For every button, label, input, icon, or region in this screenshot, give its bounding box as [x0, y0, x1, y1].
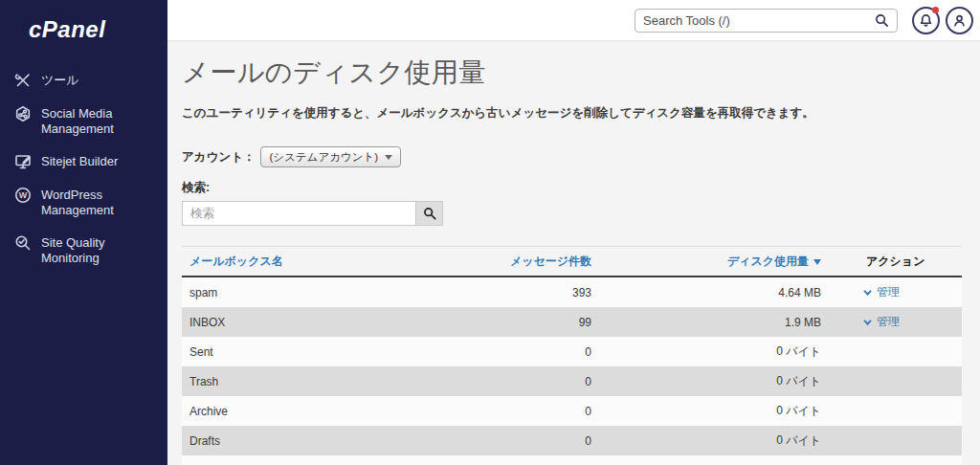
sidebar-item-tools[interactable]: ツール — [0, 64, 167, 98]
disk-usage-cell: 0 バイト — [599, 396, 829, 426]
disk-usage-cell: 1.9 MB — [599, 307, 829, 337]
sort-desc-icon — [813, 259, 821, 265]
main-content: メールのディスク使用量 このユーティリティを使用すると、メールボックスから古いメ… — [167, 41, 980, 465]
header-message-count[interactable]: メッセージ件数 — [417, 247, 599, 277]
table-header-row: メールボックス名 メッセージ件数 ディスク使用量 アクション — [182, 247, 962, 277]
mailbox-name-cell: Trash — [182, 366, 417, 396]
disk-usage-cell: 4.64 MB — [599, 277, 829, 307]
sidebar-item-social-media[interactable]: Social Media Management — [0, 98, 167, 145]
sidebar-item-site-quality[interactable]: Site Quality Monitoring — [0, 227, 167, 275]
action-cell — [829, 396, 962, 426]
mailbox-name-cell: spam — [182, 277, 417, 307]
sidebar-item-label: Social Media Management — [41, 106, 158, 137]
mailbox-table: メールボックス名 メッセージ件数 ディスク使用量 アクション spam 393 … — [182, 246, 962, 465]
mailbox-name-cell: Sent — [182, 337, 417, 366]
mailbox-search-button[interactable] — [416, 201, 443, 226]
user-menu-button[interactable] — [946, 7, 973, 34]
tools-search-input[interactable] — [643, 13, 875, 28]
message-count-cell: 0 — [417, 455, 599, 465]
tools-icon — [14, 72, 32, 89]
search-icon — [875, 13, 889, 28]
notifications-button[interactable] — [912, 7, 940, 34]
mailbox-name-cell: Junk — [182, 455, 417, 465]
table-row: spam 393 4.64 MB 管理 — [182, 277, 962, 307]
table-row: Archive 0 0 バイト — [182, 396, 962, 426]
account-label: アカウント： — [182, 149, 255, 166]
message-count-cell: 0 — [417, 426, 599, 455]
chevron-down-icon — [863, 287, 871, 295]
user-icon — [952, 13, 967, 28]
disk-usage-cell: 0 バイト — [599, 455, 829, 465]
mailbox-search-input[interactable] — [182, 201, 416, 226]
page-title: メールのディスク使用量 — [182, 55, 961, 91]
header-mailbox-name[interactable]: メールボックス名 — [182, 247, 417, 277]
action-cell: 管理 — [829, 307, 962, 337]
notification-bell-icon — [919, 13, 933, 28]
sidebar: cPanel ツール Social Media Management — [0, 0, 167, 465]
mailbox-name-cell: Archive — [182, 396, 417, 426]
message-count-cell: 99 — [417, 307, 599, 337]
sidebar-item-wordpress[interactable]: W WordPress Management — [0, 179, 167, 227]
manage-link[interactable]: 管理 — [866, 315, 900, 328]
mailbox-search-row — [182, 201, 961, 226]
sidebar-nav: ツール Social Media Management Sitejet Buil… — [0, 64, 167, 275]
svg-text:W: W — [19, 190, 28, 200]
message-count-cell: 0 — [417, 366, 599, 396]
social-media-icon — [14, 105, 32, 122]
table-row: Drafts 0 0 バイト — [182, 426, 962, 455]
mailbox-table-body: spam 393 4.64 MB 管理 INBOX 99 1.9 MB 管理 S… — [182, 277, 962, 465]
sidebar-item-label: WordPress Management — [41, 188, 158, 218]
search-icon — [423, 207, 436, 220]
table-row: INBOX 99 1.9 MB 管理 — [182, 307, 962, 337]
action-cell — [829, 337, 962, 366]
disk-usage-cell: 0 バイト — [599, 426, 829, 455]
sidebar-item-label: Site Quality Monitoring — [41, 235, 158, 266]
wordpress-icon: W — [14, 187, 32, 204]
account-select[interactable]: (システムアカウント) — [260, 146, 401, 167]
disk-usage-cell: 0 バイト — [599, 366, 829, 396]
header-disk-usage[interactable]: ディスク使用量 — [599, 247, 829, 277]
message-count-cell: 393 — [417, 277, 599, 307]
action-cell: 管理 — [829, 277, 962, 307]
account-row: アカウント： (システムアカウント) — [182, 146, 961, 167]
topbar — [167, 0, 980, 41]
chevron-down-icon — [863, 317, 871, 324]
table-row: Trash 0 0 バイト — [182, 366, 962, 396]
site-quality-icon — [14, 234, 32, 252]
page-description: このユーティリティを使用すると、メールボックスから古いメッセージを削除してディス… — [182, 105, 961, 122]
sidebar-item-sitejet[interactable]: Sitejet Builder — [0, 145, 167, 179]
action-cell — [829, 455, 962, 465]
account-select-value: (システムアカウント) — [269, 150, 378, 165]
notification-badge — [932, 7, 939, 13]
mailbox-name-cell: Drafts — [182, 426, 417, 455]
mailbox-name-cell: INBOX — [182, 307, 417, 337]
dropdown-arrow-icon — [385, 155, 392, 160]
cpanel-logo[interactable]: cPanel — [29, 16, 167, 43]
sidebar-item-label: ツール — [41, 73, 79, 88]
action-cell — [829, 366, 962, 396]
header-actions: アクション — [829, 247, 962, 277]
tools-search-box — [635, 9, 898, 33]
table-row: Sent 0 0 バイト — [182, 337, 962, 366]
sidebar-item-label: Sitejet Builder — [41, 154, 118, 169]
sitejet-builder-icon — [14, 153, 32, 170]
disk-usage-cell: 0 バイト — [599, 337, 829, 366]
action-cell — [829, 426, 962, 455]
search-label: 検索: — [182, 180, 961, 196]
table-row: Junk 0 0 バイト — [182, 455, 962, 465]
message-count-cell: 0 — [417, 396, 599, 426]
manage-link[interactable]: 管理 — [866, 285, 900, 299]
message-count-cell: 0 — [417, 337, 599, 366]
